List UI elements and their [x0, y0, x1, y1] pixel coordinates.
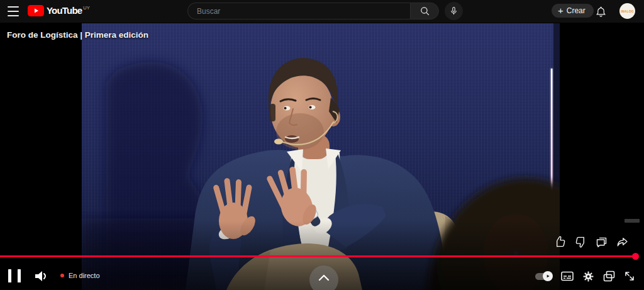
play-icon [545, 274, 550, 279]
chat-button[interactable] [595, 235, 608, 248]
hamburger-icon [8, 15, 19, 16]
fullscreen-icon [624, 270, 635, 282]
dislike-button[interactable] [574, 235, 587, 248]
player-controls: En directo [0, 260, 644, 290]
right-controls [535, 268, 635, 284]
subtitles-button[interactable] [561, 271, 574, 281]
masthead: YouTube UY + Crear [0, 0, 644, 23]
progress-bar[interactable] [0, 255, 644, 258]
video-player[interactable] [82, 23, 560, 290]
plus-icon: + [558, 4, 564, 18]
youtube-play-icon [28, 5, 44, 16]
thumbs-down-icon [574, 235, 587, 248]
live-badge[interactable]: En directo [60, 272, 100, 279]
video-scene [82, 23, 560, 290]
miniplayer-icon [603, 270, 615, 282]
share-button[interactable] [616, 235, 629, 248]
youtube-logo[interactable]: YouTube UY [28, 5, 90, 16]
gear-icon [582, 270, 594, 282]
search-button[interactable] [410, 3, 439, 20]
settings-button[interactable] [582, 270, 594, 282]
pause-icon [8, 269, 11, 282]
show-more-button[interactable] [309, 265, 338, 290]
youtube-watch-page: YouTube UY + Crear [0, 0, 644, 290]
microphone-icon [449, 6, 458, 16]
engagement-bar [553, 235, 629, 248]
avatar-text: INALOG [621, 9, 634, 13]
progress-fill [0, 255, 635, 257]
video-watermark [625, 219, 640, 223]
voice-search-button[interactable] [445, 2, 463, 20]
video-title: Foro de Logística | Primera edición [7, 30, 148, 40]
bell-icon [595, 6, 607, 18]
menu-button[interactable] [8, 6, 19, 16]
volume-button[interactable] [33, 269, 50, 284]
autoplay-knob [543, 271, 553, 281]
hamburger-icon [8, 6, 19, 8]
chevron-up-icon [317, 273, 331, 282]
chat-icon [595, 235, 608, 248]
share-icon [616, 235, 629, 248]
create-button[interactable]: + Crear [552, 4, 594, 18]
hamburger-icon [8, 11, 19, 12]
miniplayer-button[interactable] [603, 270, 615, 282]
thumbs-up-icon [553, 235, 567, 248]
search-input[interactable] [187, 3, 410, 20]
account-avatar[interactable]: INALOG [619, 3, 635, 19]
search-box [187, 3, 439, 20]
autoplay-toggle[interactable] [535, 273, 552, 280]
pause-icon [18, 269, 21, 282]
subtitles-icon [561, 271, 574, 281]
volume-icon [33, 269, 50, 284]
notifications-button[interactable] [594, 4, 608, 18]
like-button[interactable] [553, 235, 567, 248]
create-label: Crear [567, 4, 586, 18]
search-icon [419, 6, 430, 16]
fullscreen-button[interactable] [624, 270, 635, 282]
pause-button[interactable] [8, 269, 21, 283]
logo-text: YouTube [47, 5, 82, 16]
live-label: En directo [69, 272, 100, 279]
progress-scrubber[interactable] [632, 253, 639, 260]
logo-country-code: UY [83, 5, 89, 11]
live-dot-icon [60, 274, 64, 277]
